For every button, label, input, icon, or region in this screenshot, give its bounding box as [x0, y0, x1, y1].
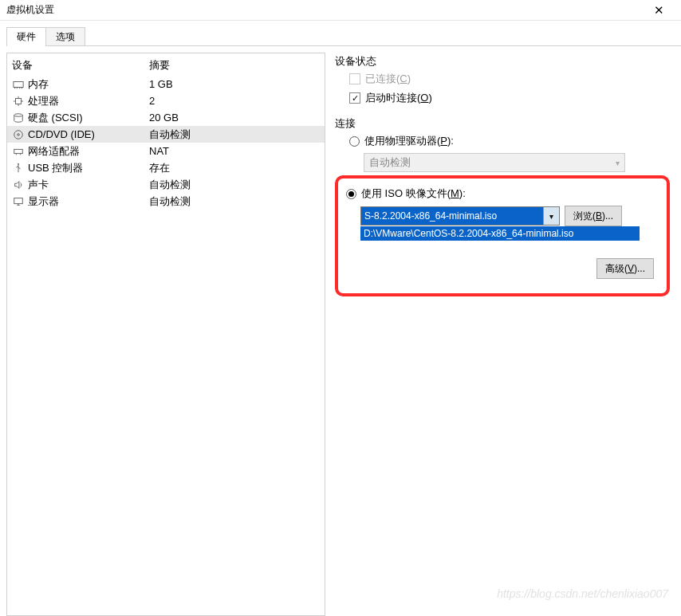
svg-rect-1	[16, 98, 22, 104]
hw-row-network[interactable]: 网络适配器 NAT	[7, 143, 325, 159]
hw-summary: 自动检测	[149, 128, 320, 142]
hw-summary: 自动检测	[149, 194, 320, 209]
hw-row-cddvd[interactable]: CD/DVD (IDE) 自动检测	[7, 126, 325, 143]
dialog-body: 硬件 选项 设备 摘要 内存 1 GB 处理器 2	[0, 21, 681, 616]
memory-icon	[12, 78, 25, 91]
group-title-status: 设备状态	[335, 54, 670, 69]
hw-label: 硬盘 (SCSI)	[28, 111, 83, 125]
checkbox-icon: ✓	[349, 92, 360, 104]
cd-icon	[12, 128, 25, 141]
close-button[interactable]: ✕	[643, 3, 675, 18]
titlebar: 虚拟机设置 ✕	[0, 0, 681, 21]
detail-panel: 设备状态 已连接(C) ✓ 启动时连接(O) 连接	[335, 53, 675, 616]
device-status-group: 设备状态 已连接(C) ✓ 启动时连接(O)	[335, 54, 670, 105]
iso-selected-text: S-8.2.2004-x86_64-minimal.iso	[361, 207, 543, 225]
iso-path-combobox[interactable]: S-8.2.2004-x86_64-minimal.iso ▾	[360, 206, 560, 226]
group-title-connection: 连接	[335, 116, 670, 131]
svg-point-4	[18, 133, 20, 135]
tab-options[interactable]: 选项	[45, 27, 85, 46]
svg-point-2	[14, 113, 23, 116]
highlighted-region: 使用 ISO 映像文件(M): S-8.2.2004-x86_64-minima…	[335, 175, 670, 296]
hw-label: CD/DVD (IDE)	[28, 128, 95, 140]
hw-summary: 存在	[149, 161, 320, 175]
hw-label: 声卡	[28, 178, 49, 192]
hdd-icon	[12, 112, 25, 124]
checkbox-connected: 已连接(C)	[349, 72, 670, 86]
checkbox-label: 已连接(C)	[365, 72, 411, 86]
usb-icon	[12, 162, 25, 175]
svg-rect-7	[14, 198, 23, 203]
chevron-down-icon: ▾	[616, 159, 620, 167]
browse-button[interactable]: 浏览(B)...	[565, 206, 622, 226]
hw-row-sound[interactable]: 声卡 自动检测	[7, 176, 325, 193]
dropdown-toggle-button[interactable]: ▾	[543, 207, 559, 225]
hw-label: USB 控制器	[28, 161, 83, 175]
hw-row-memory[interactable]: 内存 1 GB	[7, 76, 325, 92]
hardware-list: 设备 摘要 内存 1 GB 处理器 2 硬盘	[6, 53, 325, 616]
hw-summary: 20 GB	[149, 112, 320, 124]
hw-label: 处理器	[28, 94, 59, 108]
checkbox-label: 启动时连接(O)	[365, 91, 432, 105]
svg-point-3	[14, 130, 23, 139]
hw-label: 显示器	[28, 194, 59, 209]
hw-row-cpu[interactable]: 处理器 2	[7, 92, 325, 109]
svg-point-6	[18, 163, 19, 164]
sound-icon	[12, 179, 25, 191]
tab-hardware[interactable]: 硬件	[6, 27, 46, 46]
hw-summary: 1 GB	[149, 78, 320, 90]
col-device: 设备	[12, 58, 149, 73]
window-title: 虚拟机设置	[6, 3, 643, 17]
cpu-icon	[12, 95, 25, 108]
hw-summary: 自动检测	[149, 178, 320, 192]
physical-drive-select: 自动检测 ▾	[364, 153, 625, 172]
advanced-button[interactable]: 高级(V)...	[596, 258, 654, 279]
radio-label: 使用 ISO 映像文件(M):	[361, 186, 466, 201]
iso-dropdown-option[interactable]: D:\VMware\CentOS-8.2.2004-x86_64-minimal…	[360, 226, 640, 241]
radio-use-iso[interactable]: 使用 ISO 映像文件(M):	[346, 186, 657, 201]
col-summary: 摘要	[149, 58, 320, 73]
radio-use-physical[interactable]: 使用物理驱动器(P):	[349, 134, 670, 148]
radio-icon	[346, 189, 356, 199]
tabstrip: 硬件 选项	[6, 27, 675, 46]
hw-summary: NAT	[149, 145, 320, 157]
hardware-list-header: 设备 摘要	[7, 53, 325, 76]
connection-group: 连接 使用物理驱动器(P): 自动检测 ▾ 使用 ISO 映像文件(M):	[335, 116, 670, 296]
hw-summary: 2	[149, 95, 320, 107]
checkbox-icon	[349, 73, 360, 84]
network-icon	[12, 145, 25, 158]
hw-row-usb[interactable]: USB 控制器 存在	[7, 159, 325, 176]
display-icon	[12, 195, 25, 208]
hw-row-display[interactable]: 显示器 自动检测	[7, 193, 325, 210]
checkbox-connect-at-poweron[interactable]: ✓ 启动时连接(O)	[349, 91, 670, 105]
select-value: 自动检测	[369, 155, 411, 170]
radio-label: 使用物理驱动器(P):	[364, 134, 454, 148]
svg-rect-5	[14, 149, 23, 153]
hw-row-hdd[interactable]: 硬盘 (SCSI) 20 GB	[7, 109, 325, 126]
hw-label: 网络适配器	[28, 144, 80, 159]
radio-icon	[349, 136, 360, 147]
hw-label: 内存	[28, 77, 49, 92]
svg-rect-0	[14, 81, 23, 87]
